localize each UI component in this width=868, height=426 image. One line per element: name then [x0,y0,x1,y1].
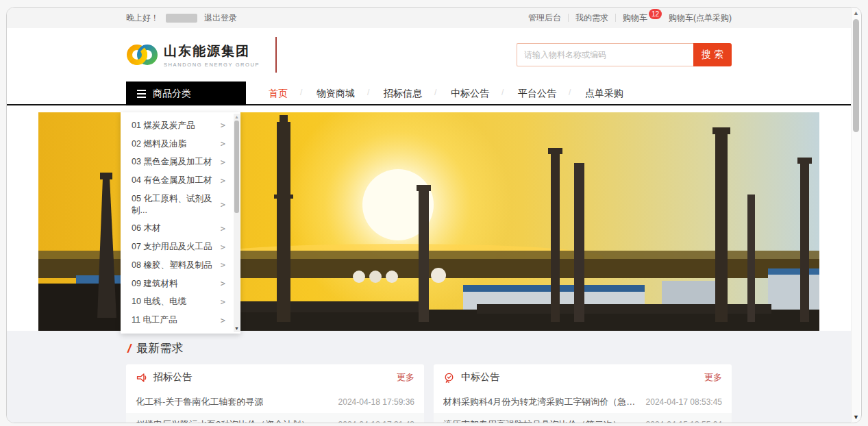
logo-divider [275,37,277,73]
notice-date: 2024-04-18 17:31:43 [338,420,414,424]
section-slash-icon: / [127,341,131,356]
search-bar: 搜索 [517,43,732,66]
site-header: 山东能源集团 SHANDONG ENERGY GROUP 搜索 [7,28,851,82]
main-nav: 商品分类 首页 物资商城 招标信息 中标公告 平台公告 点单采购 [7,82,851,105]
notice-date: 2024-04-18 17:59:36 [338,397,414,407]
category-item[interactable]: 09 建筑材料> [121,278,240,290]
admin-link[interactable]: 管理后台 [528,12,561,24]
logo-title: 山东能源集团 [164,42,260,60]
category-menu-label: 商品分类 [153,88,191,100]
category-scrollbar[interactable]: ▲ ▼ [234,114,240,332]
search-button[interactable]: 搜索 [693,43,732,66]
my-demand-link[interactable]: 我的需求 [575,12,608,24]
nav-item-platform-notice[interactable]: 平台公告 [504,88,571,100]
category-menu-button[interactable]: 商品分类 [126,82,246,105]
chevron-right-icon: > [221,158,225,167]
chevron-right-icon: > [221,200,225,210]
nav-item-order-purchase[interactable]: 点单采购 [571,88,638,100]
cart-link[interactable]: 购物车 [623,12,647,24]
greeting-text: 晚上好！ [126,12,159,24]
chevron-right-icon: > [221,297,225,307]
notice-row[interactable]: 化工科-关于鲁南化工轴套的寻源 2024-04-18 17:59:36 [126,390,424,413]
chevron-right-icon: > [221,176,225,186]
chevron-right-icon: > [221,260,225,270]
notice-row[interactable]: 赵楼电厂兴隆污水泵3种询比价（资金计划） 2024-04-18 17:31:43 [126,413,424,423]
chevron-right-icon: > [221,316,225,325]
page-scrollbar[interactable]: ▲ ▼ [851,8,860,422]
notice-date: 2024-04-17 08:53:45 [646,397,722,407]
logout-link[interactable]: 退出登录 [204,12,237,24]
nav-item-mall[interactable]: 物资商城 [302,88,369,100]
chevron-right-icon: > [221,139,225,149]
panel-title: 招标公告 [153,371,390,384]
category-item[interactable]: 03 黑色金属及加工材> [121,156,240,168]
nav-item-tender-info[interactable]: 招标信息 [369,88,436,100]
category-item[interactable]: 01 煤炭及炭产品> [121,120,240,131]
panel-title: 中标公告 [461,371,698,384]
topbar: 晚上好！ 退出登录 管理后台 我的需求 购物车 12 购物车(点单采购) [7,8,851,28]
page-card: 晚上好！ 退出登录 管理后台 我的需求 购物车 12 购物车(点单采购) [6,7,862,423]
category-item[interactable]: 06 木材> [121,223,240,234]
tender-notice-panel: 招标公告 更多 化工科-关于鲁南化工轴套的寻源 2024-04-18 17:59… [126,364,424,423]
nav-item-home[interactable]: 首页 [254,88,302,100]
category-item[interactable]: 05 化工原料、试剂及制...> [121,193,240,216]
scroll-up-icon[interactable]: ▲ [234,114,239,121]
hamburger-icon [137,90,146,98]
notice-date: 2024-04-15 13:55:04 [646,420,722,424]
category-item[interactable]: 07 支护用品及火工品> [121,241,240,253]
search-input[interactable] [517,43,693,66]
section-title: 最新需求 [136,340,183,356]
logo-subtitle: SHANDONG ENERGY GROUP [164,62,260,68]
category-item[interactable]: 08 橡胶、塑料及制品> [121,260,240,271]
nav-item-award-notice[interactable]: 中标公告 [436,88,504,100]
category-item[interactable]: 11 电工产品> [121,314,240,326]
divider [615,14,616,22]
chevron-right-icon: > [221,224,225,234]
more-link[interactable]: 更多 [397,371,414,384]
cart-count-badge: 12 [649,9,662,19]
notice-row[interactable]: 液压支架专用高强防护吊具询比价（第二次） 2024-04-15 13:55:04 [434,413,732,423]
banner-zone: 01 煤炭及炭产品> 02 燃料及油脂> 03 黑色金属及加工材> 04 有色金… [7,105,851,331]
chevron-right-icon: > [221,279,225,288]
username-redacted [166,14,197,23]
divider [568,14,569,22]
category-panel: 01 煤炭及炭产品> 02 燃料及油脂> 03 黑色金属及加工材> 04 有色金… [121,112,240,334]
category-item[interactable]: 10 电线、电缆> [121,296,240,308]
logo-rings-icon [126,41,158,68]
notice-row[interactable]: 材料采购科4月份为转龙湾采购工字钢询价（急用） 2024-04-17 08:53… [434,390,732,413]
category-item[interactable]: 04 有色金属及加工材> [121,175,240,186]
award-notice-panel: 中标公告 更多 材料采购科4月份为转龙湾采购工字钢询价（急用） 2024-04-… [434,364,732,423]
megaphone-icon [136,372,147,384]
latest-demand-section: / 最新需求 招标公告 更多 [7,331,851,423]
scrollbar-thumb[interactable] [853,19,859,132]
logo: 山东能源集团 SHANDONG ENERGY GROUP [126,37,277,73]
scrollbar-thumb[interactable] [234,121,239,213]
scroll-down-icon[interactable]: ▼ [234,325,239,332]
scroll-up-icon[interactable]: ▲ [853,8,859,18]
chevron-right-icon: > [221,121,225,130]
scroll-down-icon[interactable]: ▼ [853,412,859,422]
cart-order-link[interactable]: 购物车(点单采购) [669,12,732,24]
more-link[interactable]: 更多 [704,371,722,384]
category-item[interactable]: 02 燃料及油脂> [121,138,240,150]
medal-check-icon [443,372,455,384]
chevron-right-icon: > [221,242,225,252]
